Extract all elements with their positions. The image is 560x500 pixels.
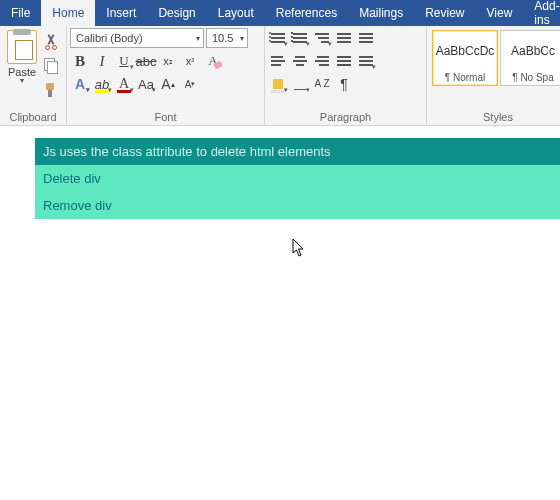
paragraph-line[interactable]: Delete div — [35, 165, 560, 192]
font-color-button[interactable]: A — [114, 74, 134, 94]
font-name-combo[interactable]: Calibri (Body)▾ — [70, 28, 204, 48]
multilevel-icon — [315, 32, 329, 44]
show-hide-button[interactable]: ¶ — [334, 74, 354, 94]
justify-icon — [337, 55, 351, 67]
text-effects-button[interactable]: A — [70, 74, 90, 94]
indent-icon — [359, 32, 373, 44]
tab-addins[interactable]: Add-ins — [523, 0, 560, 26]
paint-bucket-icon — [273, 79, 283, 89]
group-clipboard: Paste ▾ Clipboard — [0, 26, 67, 125]
copy-icon — [43, 58, 59, 74]
line-spacing-icon — [359, 55, 373, 67]
justify-button[interactable] — [334, 51, 354, 71]
format-painter-button[interactable] — [41, 80, 61, 100]
grow-font-button[interactable]: A▴ — [158, 74, 178, 94]
align-center-icon — [293, 55, 307, 67]
scissors-icon — [43, 34, 59, 50]
tab-view[interactable]: View — [476, 0, 524, 26]
shading-button[interactable] — [268, 74, 288, 94]
align-left-icon — [271, 55, 285, 67]
font-size-value: 10.5 — [212, 32, 233, 44]
line-spacing-button[interactable] — [356, 51, 376, 71]
menu-tab-bar: File Home Insert Design Layout Reference… — [0, 0, 560, 26]
numbering-button[interactable] — [290, 28, 310, 48]
style-preview: AaBbCcDc — [433, 31, 497, 71]
ribbon: Paste ▾ Clipboard Calibri (Body)▾ 10.5▾ … — [0, 26, 560, 126]
change-case-button[interactable]: Aa — [136, 74, 156, 94]
group-label-styles: Styles — [427, 110, 560, 125]
borders-button[interactable] — [290, 74, 310, 94]
multilevel-list-button[interactable] — [312, 28, 332, 48]
style-name: ¶ Normal — [433, 71, 497, 85]
style-preview: AaBbCc — [501, 31, 560, 71]
group-font: Calibri (Body)▾ 10.5▾ B I U abc x x A ab… — [67, 26, 265, 125]
tab-file[interactable]: File — [0, 0, 41, 26]
mouse-cursor-icon — [292, 238, 306, 258]
sort-button[interactable]: A Z — [312, 74, 332, 94]
document-body[interactable]: Js uses the class attribute to delete ht… — [35, 138, 560, 219]
superscript-button[interactable]: x — [180, 51, 200, 71]
copy-button[interactable] — [41, 56, 61, 76]
group-label-font: Font — [67, 110, 264, 125]
paste-icon — [7, 30, 37, 64]
strikethrough-button[interactable]: abc — [136, 51, 156, 71]
clear-formatting-button[interactable] — [202, 51, 224, 71]
style-gallery[interactable]: AaBbCcDc ¶ Normal AaBbCc ¶ No Spa — [430, 28, 560, 108]
group-paragraph: A Z ¶ Paragraph — [265, 26, 427, 125]
style-name: ¶ No Spa — [501, 71, 560, 85]
italic-button[interactable]: I — [92, 51, 112, 71]
align-left-button[interactable] — [268, 51, 288, 71]
font-name-value: Calibri (Body) — [76, 32, 143, 44]
tab-review[interactable]: Review — [414, 0, 475, 26]
outdent-icon — [337, 32, 351, 44]
paragraph-line[interactable]: Js uses the class attribute to delete ht… — [35, 138, 560, 165]
subscript-button[interactable]: x — [158, 51, 178, 71]
tab-layout[interactable]: Layout — [207, 0, 265, 26]
shrink-font-button[interactable]: A▾ — [180, 74, 200, 94]
bullets-icon — [271, 32, 285, 44]
chevron-down-icon: ▾ — [240, 34, 244, 43]
chevron-down-icon: ▾ — [196, 34, 200, 43]
align-center-button[interactable] — [290, 51, 310, 71]
brush-icon — [43, 82, 59, 98]
group-label-clipboard: Clipboard — [0, 110, 66, 125]
tab-design[interactable]: Design — [147, 0, 206, 26]
highlight-button[interactable]: ab — [92, 74, 112, 94]
chevron-down-icon: ▾ — [20, 78, 24, 84]
group-styles: AaBbCcDc ¶ Normal AaBbCc ¶ No Spa Styles — [427, 26, 560, 125]
bold-button[interactable]: B — [70, 51, 90, 71]
font-size-combo[interactable]: 10.5▾ — [206, 28, 248, 48]
style-no-spacing[interactable]: AaBbCc ¶ No Spa — [500, 30, 560, 86]
tab-references[interactable]: References — [265, 0, 348, 26]
border-icon — [294, 78, 306, 90]
group-label-paragraph: Paragraph — [265, 110, 426, 125]
paragraph-line[interactable]: Remove div — [35, 192, 560, 219]
bullets-button[interactable] — [268, 28, 288, 48]
align-right-icon — [315, 55, 329, 67]
underline-button[interactable]: U — [114, 51, 134, 71]
style-normal[interactable]: AaBbCcDc ¶ Normal — [432, 30, 498, 86]
decrease-indent-button[interactable] — [334, 28, 354, 48]
increase-indent-button[interactable] — [356, 28, 376, 48]
numbering-icon — [293, 32, 307, 44]
tab-insert[interactable]: Insert — [95, 0, 147, 26]
tab-mailings[interactable]: Mailings — [348, 0, 414, 26]
cut-button[interactable] — [41, 32, 61, 52]
align-right-button[interactable] — [312, 51, 332, 71]
tab-home[interactable]: Home — [41, 0, 95, 26]
paste-button[interactable]: Paste ▾ — [3, 28, 41, 84]
